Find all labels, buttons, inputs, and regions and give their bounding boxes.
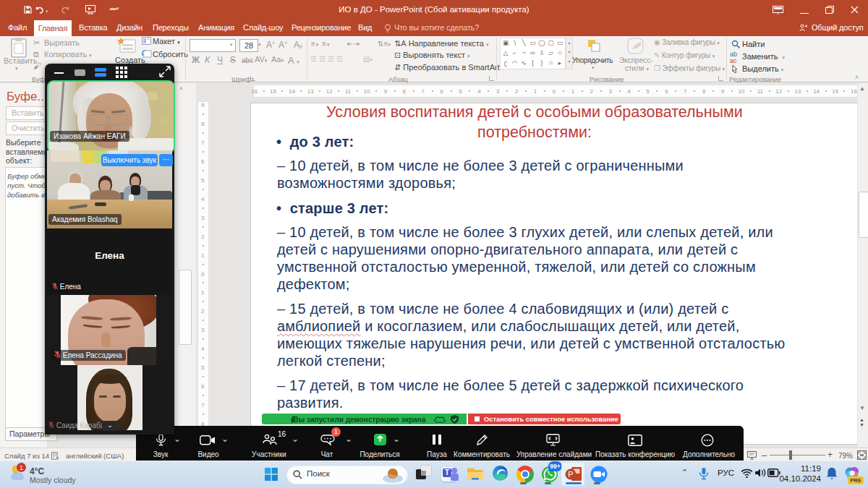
svg-text:P: P [568, 470, 573, 479]
